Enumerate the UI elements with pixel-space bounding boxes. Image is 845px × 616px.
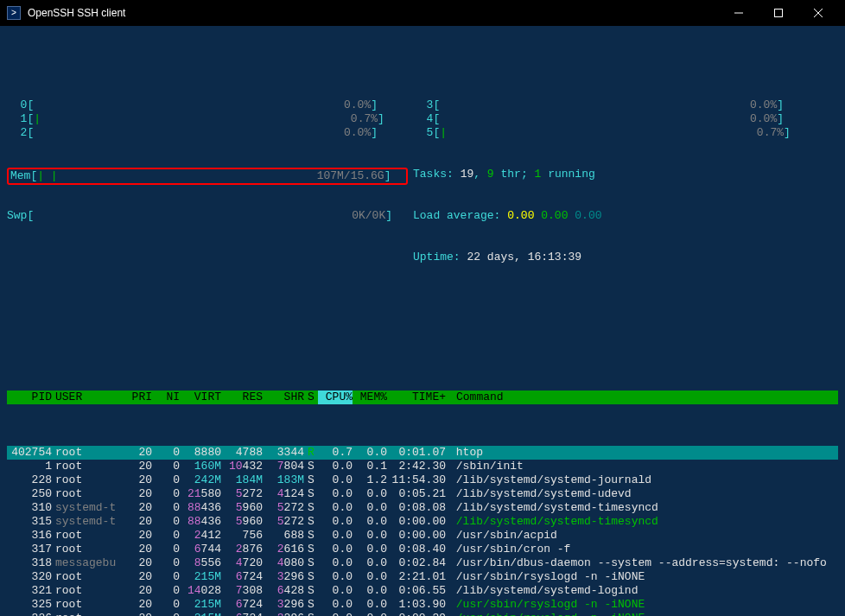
process-row[interactable]: 318messagebu200855647204080S0.00.00:02.8… <box>7 556 838 570</box>
system-info: 3[0.0%] 4[0.0%] 5[|0.7%] Tasks: 19, 9 th… <box>413 71 838 292</box>
cpu-meter-5: 5[|0.7%] <box>413 126 838 140</box>
titlebar[interactable]: > OpenSSH SSH client <box>0 0 845 26</box>
hdr-mem[interactable]: MEM% <box>353 391 387 404</box>
cpu-meter-3: 3[0.0%] <box>413 98 838 112</box>
process-row[interactable]: 250root2002158052724124S0.00.00:05.21 /l… <box>7 487 838 501</box>
process-row[interactable]: 228root200242M184M183MS0.01.211:54.30 /l… <box>7 473 838 487</box>
maximize-button[interactable] <box>759 0 798 26</box>
cpu-meter-1: 1[|0.7%] <box>7 112 413 126</box>
hdr-s[interactable]: S <box>304 391 318 404</box>
svg-rect-1 <box>775 10 783 17</box>
cpu-meter-0: 0[0.0%] <box>7 98 413 112</box>
hdr-time[interactable]: TIME+ <box>387 391 449 404</box>
process-row[interactable]: 326root200215M67243296S0.00.00:00.39 /us… <box>7 612 838 616</box>
hdr-ni[interactable]: NI <box>152 391 180 404</box>
window-controls <box>719 0 838 26</box>
hdr-res[interactable]: RES <box>221 391 263 404</box>
process-row[interactable]: 315systemd-t2008843659605272S0.00.00:00.… <box>7 515 838 529</box>
mem-meter: Mem[| |107M/15.6G] <box>7 168 413 181</box>
load-line: Load average: 0.00 0.00 0.00 <box>413 209 838 223</box>
process-row[interactable]: 325root200215M67243296S0.00.01:03.90 /us… <box>7 598 838 612</box>
process-row[interactable]: 1root200160M104327804S0.00.12:42.30 /sbi… <box>7 460 838 473</box>
cpu-meter-4: 4[0.0%] <box>413 112 838 126</box>
uptime-line: Uptime: 22 days, 16:13:39 <box>413 251 838 264</box>
terminal-area[interactable]: 0[0.0%] 1[|0.7%] 2[0.0%] Mem[| |107M/15.… <box>0 26 845 616</box>
process-row[interactable]: 320root200215M67243296S0.00.02:21.01 /us… <box>7 570 838 584</box>
process-list[interactable]: 402754root200888047883344R0.70.00:01.07 … <box>7 446 838 616</box>
hdr-user[interactable]: USER <box>55 391 124 404</box>
process-row[interactable]: 317root200674428762616S0.00.00:08.40 /us… <box>7 543 838 556</box>
process-row[interactable]: 316root2002412756688S0.00.00:00.00 /usr/… <box>7 529 838 543</box>
window-title: OpenSSH SSH client <box>28 7 719 19</box>
hdr-pid[interactable]: PID <box>7 391 55 404</box>
process-row[interactable]: 321root2001402873086428S0.00.00:06.55 /l… <box>7 584 838 598</box>
process-row[interactable]: 402754root200888047883344R0.70.00:01.07 … <box>7 446 838 460</box>
tasks-line: Tasks: 19, 9 thr; 1 running <box>413 168 838 181</box>
hdr-pri[interactable]: PRI <box>124 391 152 404</box>
hdr-cmd[interactable]: Command <box>449 391 838 404</box>
meters-panel: 0[0.0%] 1[|0.7%] 2[0.0%] Mem[| |107M/15.… <box>7 71 838 292</box>
process-header[interactable]: PID USER PRI NI VIRT RES SHR S CPU% MEM%… <box>7 391 838 404</box>
hdr-cpu[interactable]: CPU% <box>318 391 353 404</box>
hdr-virt[interactable]: VIRT <box>180 391 221 404</box>
hdr-shr[interactable]: SHR <box>263 391 304 404</box>
minimize-button[interactable] <box>719 0 759 26</box>
powershell-icon: > <box>7 6 21 20</box>
process-row[interactable]: 310systemd-t2008843659605272S0.00.00:08.… <box>7 501 838 515</box>
close-button[interactable] <box>798 0 838 26</box>
swap-meter: Swp[0K/0K] <box>7 209 413 223</box>
cpu-meter-2: 2[0.0%] <box>7 126 413 140</box>
cpu-mem-meters: 0[0.0%] 1[|0.7%] 2[0.0%] Mem[| |107M/15.… <box>7 71 413 292</box>
